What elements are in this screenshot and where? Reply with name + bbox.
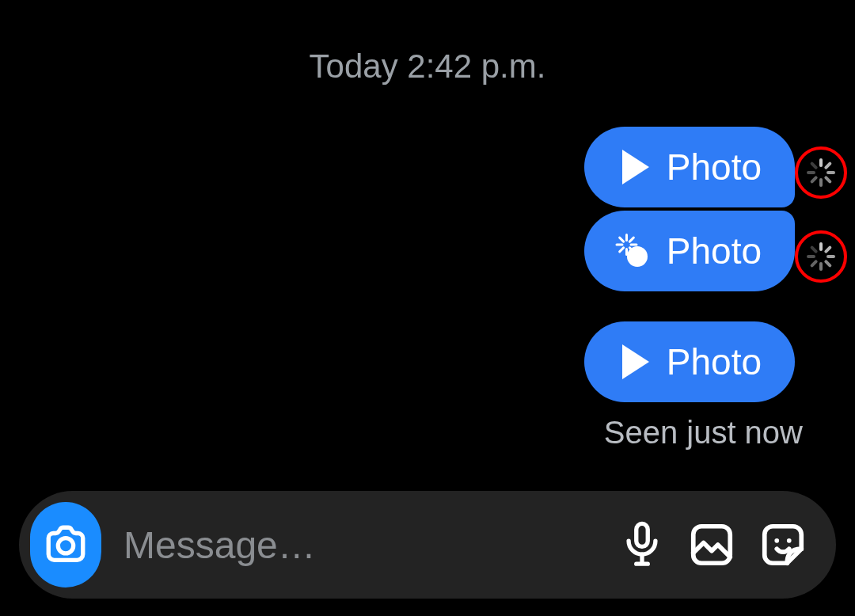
svg-point-3 bbox=[774, 538, 779, 543]
sticker-icon bbox=[758, 520, 808, 569]
message-input[interactable] bbox=[124, 523, 597, 567]
message-label: Photo bbox=[667, 230, 762, 272]
message-label: Photo bbox=[667, 340, 762, 383]
gallery-icon bbox=[687, 520, 736, 569]
play-icon bbox=[622, 344, 649, 379]
camera-icon bbox=[43, 522, 89, 568]
message-composer bbox=[19, 491, 836, 599]
svg-point-0 bbox=[58, 538, 73, 553]
loading-spinner-icon bbox=[805, 241, 837, 272]
svg-rect-1 bbox=[636, 523, 648, 546]
photo-message-bubble[interactable]: Photo bbox=[584, 127, 795, 207]
chat-screen: Today 2:42 p.m. Photo Photo bbox=[0, 0, 855, 616]
loading-spinner-icon bbox=[805, 157, 837, 188]
message-row: Photo bbox=[584, 321, 849, 405]
pending-indicator bbox=[795, 146, 847, 199]
camera-button[interactable] bbox=[30, 502, 101, 587]
pending-indicator bbox=[795, 230, 847, 283]
play-icon bbox=[622, 150, 649, 184]
chat-timestamp: Today 2:42 p.m. bbox=[0, 48, 855, 86]
message-label: Photo bbox=[667, 146, 762, 188]
message-row: Photo bbox=[584, 211, 849, 295]
disappearing-photo-icon bbox=[618, 235, 649, 267]
microphone-icon bbox=[619, 519, 665, 570]
sticker-button[interactable] bbox=[758, 519, 808, 570]
photo-message-bubble[interactable]: Photo bbox=[584, 321, 795, 402]
disappearing-photo-message-bubble[interactable]: Photo bbox=[584, 211, 795, 291]
seen-status: Seen just now bbox=[604, 415, 803, 451]
svg-point-4 bbox=[787, 538, 792, 543]
gallery-button[interactable] bbox=[687, 519, 736, 570]
voice-message-button[interactable] bbox=[619, 519, 665, 570]
message-list: Photo Photo bbox=[584, 127, 849, 451]
message-row: Photo bbox=[584, 127, 849, 211]
